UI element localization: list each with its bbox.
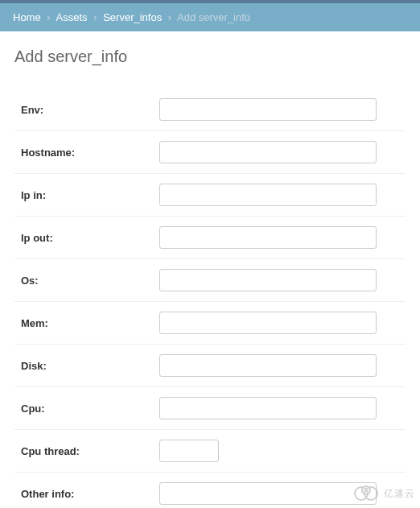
form-row-env: Env: [14,89,406,131]
label-hostname: Hostname: [21,147,159,159]
breadcrumb-sep: › [168,11,171,23]
content-area: Add server_info Env: Hostname: Ip in: Ip… [0,31,420,508]
page-title: Add server_info [14,47,406,66]
breadcrumb: Home › Assets › Server_infos › Add serve… [0,3,420,31]
input-ip-out[interactable] [159,226,377,249]
form-row-cpu: Cpu: [14,387,406,430]
form-row-hostname: Hostname: [14,131,406,174]
form-row-os: Os: [14,259,406,302]
input-env[interactable] [159,98,377,121]
breadcrumb-server-infos[interactable]: Server_infos [103,11,162,23]
input-cpu[interactable] [159,397,377,419]
input-mem[interactable] [159,312,377,334]
breadcrumb-home[interactable]: Home [13,11,41,23]
label-mem: Mem: [21,317,159,329]
breadcrumb-sep: › [93,11,97,23]
label-cpu-thread: Cpu thread: [21,445,159,457]
form-row-other-info: Other info: [14,473,406,508]
label-env: Env: [21,104,159,116]
form-row-ip-out: Ip out: [14,217,406,259]
input-ip-in[interactable] [159,184,377,206]
form-row-disk: Disk: [14,345,406,387]
form-row-ip-in: Ip in: [14,174,406,217]
form-row-mem: Mem: [14,302,406,345]
breadcrumb-current: Add server_info [177,11,250,23]
breadcrumb-assets[interactable]: Assets [56,11,88,23]
input-hostname[interactable] [159,141,377,163]
label-cpu: Cpu: [21,403,159,415]
input-os[interactable] [159,269,377,291]
input-cpu-thread[interactable] [159,440,219,462]
label-os: Os: [21,275,159,287]
label-ip-in: Ip in: [21,189,159,201]
label-disk: Disk: [21,360,159,372]
input-disk[interactable] [159,354,377,377]
input-other-info[interactable] [159,482,377,505]
label-ip-out: Ip out: [21,232,159,244]
form-row-cpu-thread: Cpu thread: [14,430,406,473]
breadcrumb-sep: › [47,11,50,23]
label-other-info: Other info: [21,488,159,500]
